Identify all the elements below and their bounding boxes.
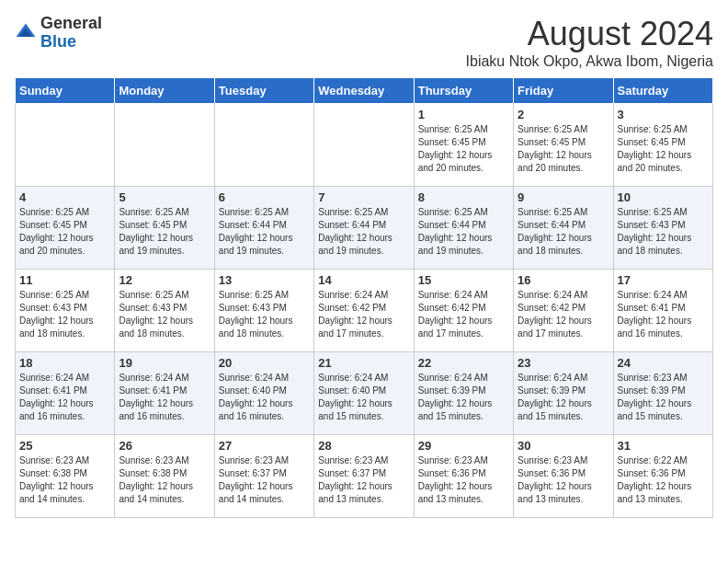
calendar-cell: 19Sunrise: 6:24 AM Sunset: 6:41 PM Dayli… — [115, 352, 214, 435]
day-number: 20 — [219, 356, 310, 370]
logo-text: General Blue — [40, 15, 102, 52]
day-number: 13 — [219, 273, 310, 287]
day-info: Sunrise: 6:25 AM Sunset: 6:44 PM Dayligh… — [318, 206, 409, 258]
calendar-cell: 28Sunrise: 6:23 AM Sunset: 6:37 PM Dayli… — [314, 435, 414, 518]
calendar-cell: 21Sunrise: 6:24 AM Sunset: 6:40 PM Dayli… — [314, 352, 414, 435]
day-number: 4 — [19, 190, 110, 204]
calendar-cell: 11Sunrise: 6:25 AM Sunset: 6:43 PM Dayli… — [16, 270, 115, 352]
day-number: 21 — [318, 356, 409, 370]
header-cell-thursday: Thursday — [414, 78, 513, 104]
calendar-cell: 16Sunrise: 6:24 AM Sunset: 6:42 PM Dayli… — [514, 270, 613, 352]
calendar-body: 1Sunrise: 6:25 AM Sunset: 6:45 PM Daylig… — [16, 104, 713, 518]
day-number: 9 — [518, 190, 609, 204]
calendar-cell: 30Sunrise: 6:23 AM Sunset: 6:36 PM Dayli… — [514, 435, 613, 518]
day-info: Sunrise: 6:24 AM Sunset: 6:40 PM Dayligh… — [219, 372, 310, 423]
day-number: 24 — [618, 356, 709, 370]
day-number: 6 — [219, 190, 310, 204]
calendar-cell: 18Sunrise: 6:24 AM Sunset: 6:41 PM Dayli… — [16, 352, 115, 435]
location: Ibiaku Ntok Okpo, Akwa Ibom, Nigeria — [466, 53, 713, 70]
day-info: Sunrise: 6:23 AM Sunset: 6:36 PM Dayligh… — [418, 454, 509, 506]
day-info: Sunrise: 6:24 AM Sunset: 6:42 PM Dayligh… — [318, 289, 409, 340]
calendar-cell: 20Sunrise: 6:24 AM Sunset: 6:40 PM Dayli… — [214, 352, 313, 435]
month-year: August 2024 — [466, 15, 713, 53]
day-info: Sunrise: 6:24 AM Sunset: 6:40 PM Dayligh… — [318, 372, 409, 423]
day-number: 8 — [418, 190, 509, 204]
logo-general: General — [40, 14, 102, 32]
day-number: 19 — [119, 356, 210, 370]
day-info: Sunrise: 6:24 AM Sunset: 6:39 PM Dayligh… — [418, 372, 509, 423]
day-info: Sunrise: 6:24 AM Sunset: 6:42 PM Dayligh… — [418, 289, 509, 340]
day-number: 15 — [418, 273, 509, 287]
day-info: Sunrise: 6:25 AM Sunset: 6:44 PM Dayligh… — [418, 206, 509, 258]
header-cell-friday: Friday — [514, 78, 613, 104]
calendar-cell — [214, 104, 313, 187]
title-area: August 2024 Ibiaku Ntok Okpo, Akwa Ibom,… — [466, 15, 713, 70]
week-row-5: 25Sunrise: 6:23 AM Sunset: 6:38 PM Dayli… — [16, 435, 713, 518]
day-info: Sunrise: 6:25 AM Sunset: 6:45 PM Dayligh… — [119, 206, 210, 258]
day-info: Sunrise: 6:24 AM Sunset: 6:39 PM Dayligh… — [518, 372, 609, 423]
calendar-cell: 26Sunrise: 6:23 AM Sunset: 6:38 PM Dayli… — [115, 435, 214, 518]
calendar-cell: 17Sunrise: 6:24 AM Sunset: 6:41 PM Dayli… — [613, 270, 712, 352]
calendar-cell — [16, 104, 115, 187]
week-row-1: 1Sunrise: 6:25 AM Sunset: 6:45 PM Daylig… — [16, 104, 713, 187]
calendar-cell: 3Sunrise: 6:25 AM Sunset: 6:45 PM Daylig… — [613, 104, 712, 187]
calendar-cell — [115, 104, 214, 187]
day-info: Sunrise: 6:24 AM Sunset: 6:41 PM Dayligh… — [19, 372, 110, 423]
calendar-cell: 10Sunrise: 6:25 AM Sunset: 6:43 PM Dayli… — [613, 187, 712, 270]
day-info: Sunrise: 6:24 AM Sunset: 6:41 PM Dayligh… — [618, 289, 709, 340]
day-info: Sunrise: 6:25 AM Sunset: 6:45 PM Dayligh… — [418, 123, 509, 175]
day-number: 26 — [119, 439, 210, 453]
calendar-cell: 2Sunrise: 6:25 AM Sunset: 6:45 PM Daylig… — [514, 104, 613, 187]
day-info: Sunrise: 6:23 AM Sunset: 6:36 PM Dayligh… — [518, 454, 609, 506]
day-number: 1 — [418, 108, 509, 121]
day-number: 16 — [518, 273, 609, 287]
day-number: 7 — [318, 190, 409, 204]
day-info: Sunrise: 6:25 AM Sunset: 6:45 PM Dayligh… — [618, 123, 709, 175]
day-number: 17 — [618, 273, 709, 287]
day-info: Sunrise: 6:25 AM Sunset: 6:43 PM Dayligh… — [119, 289, 210, 340]
calendar-cell: 29Sunrise: 6:23 AM Sunset: 6:36 PM Dayli… — [414, 435, 513, 518]
logo-icon — [15, 22, 37, 44]
calendar-cell: 13Sunrise: 6:25 AM Sunset: 6:43 PM Dayli… — [214, 270, 313, 352]
header-cell-wednesday: Wednesday — [314, 78, 414, 104]
day-number: 2 — [518, 108, 609, 121]
calendar-cell: 15Sunrise: 6:24 AM Sunset: 6:42 PM Dayli… — [414, 270, 513, 352]
day-info: Sunrise: 6:25 AM Sunset: 6:43 PM Dayligh… — [19, 289, 110, 340]
calendar-cell: 23Sunrise: 6:24 AM Sunset: 6:39 PM Dayli… — [514, 352, 613, 435]
calendar-table: SundayMondayTuesdayWednesdayThursdayFrid… — [15, 77, 713, 518]
header: General Blue August 2024 Ibiaku Ntok Okp… — [15, 15, 713, 70]
day-number: 23 — [518, 356, 609, 370]
header-cell-monday: Monday — [115, 78, 214, 104]
day-info: Sunrise: 6:25 AM Sunset: 6:44 PM Dayligh… — [518, 206, 609, 258]
header-cell-tuesday: Tuesday — [214, 78, 313, 104]
day-info: Sunrise: 6:25 AM Sunset: 6:43 PM Dayligh… — [618, 206, 709, 258]
day-number: 5 — [119, 190, 210, 204]
calendar-header: SundayMondayTuesdayWednesdayThursdayFrid… — [16, 78, 713, 104]
week-row-2: 4Sunrise: 6:25 AM Sunset: 6:45 PM Daylig… — [16, 187, 713, 270]
calendar-cell: 9Sunrise: 6:25 AM Sunset: 6:44 PM Daylig… — [514, 187, 613, 270]
calendar-cell: 4Sunrise: 6:25 AM Sunset: 6:45 PM Daylig… — [16, 187, 115, 270]
day-info: Sunrise: 6:24 AM Sunset: 6:41 PM Dayligh… — [119, 372, 210, 423]
calendar-cell: 1Sunrise: 6:25 AM Sunset: 6:45 PM Daylig… — [414, 104, 513, 187]
day-number: 14 — [318, 273, 409, 287]
day-number: 3 — [618, 108, 709, 121]
calendar-cell: 6Sunrise: 6:25 AM Sunset: 6:44 PM Daylig… — [214, 187, 313, 270]
calendar-cell — [314, 104, 414, 187]
day-info: Sunrise: 6:23 AM Sunset: 6:38 PM Dayligh… — [119, 454, 210, 506]
day-number: 18 — [19, 356, 110, 370]
header-cell-saturday: Saturday — [613, 78, 712, 104]
day-number: 12 — [119, 273, 210, 287]
calendar-cell: 5Sunrise: 6:25 AM Sunset: 6:45 PM Daylig… — [115, 187, 214, 270]
week-row-4: 18Sunrise: 6:24 AM Sunset: 6:41 PM Dayli… — [16, 352, 713, 435]
calendar-cell: 27Sunrise: 6:23 AM Sunset: 6:37 PM Dayli… — [214, 435, 313, 518]
calendar-cell: 24Sunrise: 6:23 AM Sunset: 6:39 PM Dayli… — [613, 352, 712, 435]
day-number: 29 — [418, 439, 509, 453]
day-info: Sunrise: 6:23 AM Sunset: 6:37 PM Dayligh… — [318, 454, 409, 506]
day-info: Sunrise: 6:22 AM Sunset: 6:36 PM Dayligh… — [618, 454, 709, 506]
calendar-cell: 7Sunrise: 6:25 AM Sunset: 6:44 PM Daylig… — [314, 187, 414, 270]
day-info: Sunrise: 6:23 AM Sunset: 6:38 PM Dayligh… — [19, 454, 110, 506]
week-row-3: 11Sunrise: 6:25 AM Sunset: 6:43 PM Dayli… — [16, 270, 713, 352]
calendar-cell: 8Sunrise: 6:25 AM Sunset: 6:44 PM Daylig… — [414, 187, 513, 270]
calendar-cell: 12Sunrise: 6:25 AM Sunset: 6:43 PM Dayli… — [115, 270, 214, 352]
day-info: Sunrise: 6:25 AM Sunset: 6:43 PM Dayligh… — [219, 289, 310, 340]
